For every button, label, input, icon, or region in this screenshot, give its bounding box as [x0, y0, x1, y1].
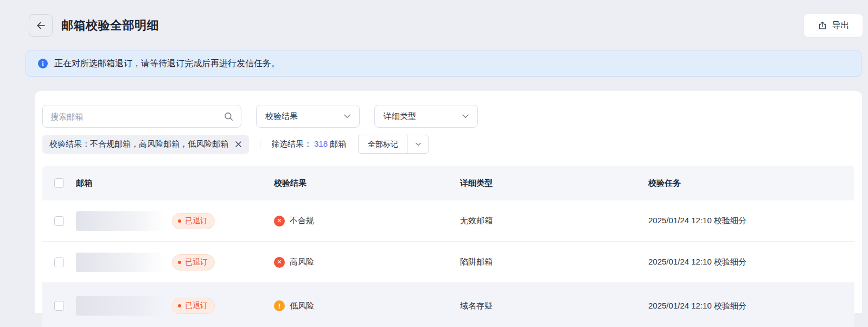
select-all-checkbox[interactable]	[54, 178, 64, 188]
tag-row: 校验结果：不合规邮箱，高风险邮箱，低风险邮箱 筛选结果：318邮箱 全部标记	[42, 135, 854, 154]
column-header-type: 详细类型	[460, 178, 648, 188]
table-row: 已退订 低风险 域名存疑 2025/01/24 12:10 校验细分	[42, 283, 854, 327]
filter-result-count: 筛选结果：318邮箱	[271, 139, 346, 149]
row-status-icon	[274, 257, 285, 268]
top-header: 邮箱校验全部明细 导出	[0, 0, 868, 37]
unsubscribe-info-banner: i 正在对所选邮箱退订，请等待退订完成后再进行发信任务。	[25, 51, 861, 77]
divider	[260, 140, 260, 149]
page-title: 邮箱校验全部明细	[61, 17, 159, 34]
active-filter-tag: 校验结果：不合规邮箱，高风险邮箱，低风险邮箱	[42, 135, 249, 154]
banner-text: 正在对所选邮箱退订，请等待退订完成后再进行发信任务。	[54, 58, 280, 70]
dot-icon	[178, 261, 181, 264]
unsubscribed-badge: 已退订	[172, 213, 215, 229]
info-icon: i	[38, 59, 48, 68]
result-filter-select[interactable]: 校验结果	[256, 105, 360, 128]
filter-row: 校验结果 详细类型	[42, 105, 854, 128]
search-icon	[224, 112, 233, 121]
column-header-email: 邮箱	[76, 178, 274, 188]
export-icon	[818, 21, 827, 30]
type-filter-select[interactable]: 详细类型	[374, 105, 478, 128]
mark-all-button[interactable]: 全部标记	[359, 135, 407, 153]
row-checkbox[interactable]	[54, 301, 64, 311]
column-header-task: 校验任务	[648, 178, 854, 188]
redacted-email	[76, 296, 165, 316]
type-filter-label: 详细类型	[384, 111, 416, 122]
verification-task: 2025/01/24 12:10 校验细分	[648, 257, 854, 267]
table-header-row: 邮箱 校验结果 详细类型 校验任务	[42, 166, 854, 200]
active-filter-tag-label: 校验结果：不合规邮箱，高风险邮箱，低风险邮箱	[49, 139, 228, 149]
unsubscribed-badge-label: 已退订	[185, 216, 208, 226]
verification-result: 低风险	[290, 301, 314, 311]
dot-icon	[178, 219, 181, 223]
search-box	[42, 105, 241, 128]
dot-icon	[178, 304, 181, 307]
email-verification-table: 邮箱 校验结果 详细类型 校验任务 已退订 不合规 无效邮箱 2025/01/2…	[42, 166, 854, 327]
row-status-icon	[274, 216, 285, 227]
search-input[interactable]	[50, 112, 224, 121]
row-checkbox[interactable]	[54, 257, 64, 267]
export-button[interactable]: 导出	[803, 14, 863, 37]
result-count-prefix: 筛选结果：	[271, 139, 312, 148]
mark-all-dropdown-toggle[interactable]	[407, 135, 428, 153]
verification-result: 高风险	[290, 257, 314, 267]
detail-type: 域名存疑	[460, 301, 648, 311]
row-status-icon	[274, 300, 285, 311]
unsubscribed-badge: 已退订	[172, 254, 215, 271]
chevron-down-icon	[344, 114, 350, 118]
redacted-email	[76, 211, 165, 231]
detail-type: 陷阱邮箱	[460, 257, 648, 267]
chevron-down-icon	[462, 114, 469, 118]
result-filter-label: 校验结果	[265, 111, 298, 122]
table-row: 已退订 高风险 陷阱邮箱 2025/01/24 12:10 校验细分	[42, 242, 854, 283]
export-button-label: 导出	[832, 20, 850, 32]
detail-type: 无效邮箱	[460, 216, 648, 226]
close-icon[interactable]	[235, 141, 242, 148]
row-checkbox[interactable]	[54, 216, 64, 226]
redacted-email	[76, 253, 165, 272]
back-button[interactable]	[29, 14, 53, 37]
unsubscribed-badge-label: 已退订	[185, 257, 208, 267]
result-count-suffix: 邮箱	[330, 139, 346, 148]
unsubscribed-badge-label: 已退订	[185, 301, 208, 311]
unsubscribed-badge: 已退订	[172, 298, 215, 314]
mark-all-split-button: 全部标记	[358, 135, 429, 154]
arrow-left-icon	[36, 21, 46, 30]
header-left: 邮箱校验全部明细	[29, 14, 159, 37]
detail-card: 校验结果 详细类型 校验结果：不合规邮箱，高风险邮箱，低风险邮箱	[35, 91, 862, 313]
result-count-number: 318	[314, 139, 328, 148]
verification-task: 2025/01/24 12:10 校验细分	[648, 301, 854, 311]
mark-all-label: 全部标记	[368, 140, 398, 149]
verification-task: 2025/01/24 12:10 校验细分	[648, 216, 854, 226]
chevron-down-icon	[416, 142, 421, 146]
column-header-result: 校验结果	[274, 178, 460, 188]
verification-result: 不合规	[290, 216, 314, 226]
table-row: 已退订 不合规 无效邮箱 2025/01/24 12:10 校验细分	[42, 200, 854, 242]
